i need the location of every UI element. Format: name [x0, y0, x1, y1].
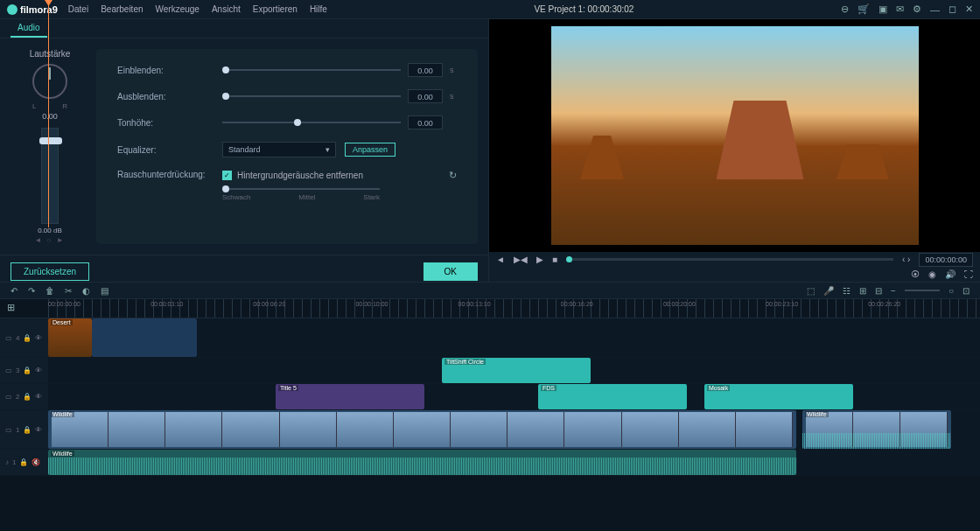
- delete-icon[interactable]: 🗑: [46, 286, 54, 296]
- record-icon[interactable]: ⦿: [911, 269, 920, 279]
- fadeout-label: Ausblenden:: [117, 92, 222, 101]
- eye-icon[interactable]: 👁: [35, 393, 42, 401]
- cut-icon[interactable]: ✂: [65, 286, 72, 296]
- menu-view[interactable]: Ansicht: [212, 4, 241, 14]
- ruler-tick: 00:00:00:00: [48, 301, 80, 307]
- main-area: Audio Lautstärke L R 0.00 0.00 dB ◄ ○ ►: [0, 19, 980, 282]
- track-video-4: ▭4 🔒 👁 Desert: [0, 318, 980, 358]
- clip-wildlife[interactable]: Wildlife: [48, 410, 796, 449]
- cart-icon[interactable]: 🛒: [858, 3, 870, 15]
- meter-arrows[interactable]: ◄ ○ ►: [34, 236, 65, 244]
- snapshot-icon[interactable]: ◉: [928, 269, 936, 279]
- noise-slider-labels: Schwach Mittel Stark: [222, 193, 380, 201]
- refresh-icon[interactable]: ↻: [449, 170, 457, 181]
- tool5-icon[interactable]: ⊟: [875, 286, 882, 296]
- extra-controls: ⦿ ◉ 🔊 ⛶: [489, 268, 980, 282]
- lock-icon[interactable]: 🔒: [23, 334, 32, 342]
- fadein-slider[interactable]: [222, 69, 401, 71]
- settings-icon[interactable]: ⚙: [913, 3, 921, 15]
- clip-fds[interactable]: FDS: [538, 384, 687, 409]
- redo-icon[interactable]: ↷: [28, 286, 35, 296]
- eye-icon[interactable]: 👁: [35, 426, 42, 434]
- volume-meter[interactable]: [41, 128, 59, 224]
- clip-title5[interactable]: Title 5: [276, 384, 424, 409]
- mic-icon[interactable]: 🎤: [823, 286, 834, 296]
- timeline: ⊞ 00:00:00:00 00:00:03:10 00:00:06:20 00…: [0, 299, 980, 528]
- noise-slider[interactable]: [222, 188, 380, 190]
- menu-export[interactable]: Exportieren: [253, 4, 298, 14]
- mail-icon[interactable]: ✉: [896, 3, 904, 15]
- menu-edit[interactable]: Bearbeiten: [101, 4, 143, 14]
- zoom-out-icon[interactable]: −: [891, 286, 896, 296]
- menu-tools[interactable]: Werkzeuge: [156, 4, 200, 14]
- tab-audio[interactable]: Audio: [10, 19, 47, 38]
- track-head-2: ▭2 🔒 👁: [0, 384, 48, 409]
- meter-thumb[interactable]: [39, 137, 62, 144]
- lock-icon[interactable]: 🔒: [19, 458, 28, 466]
- progress-bar[interactable]: [566, 258, 893, 261]
- timecode: 00:00:00:00: [919, 253, 973, 267]
- time-ruler[interactable]: ⊞ 00:00:00:00 00:00:03:10 00:00:06:20 00…: [0, 299, 980, 318]
- clip-wildlife-2[interactable]: Wildlife: [802, 410, 951, 449]
- volume-dial[interactable]: [32, 64, 67, 99]
- track-adjust-icon[interactable]: ⊞: [7, 302, 15, 313]
- zoom-fit-icon[interactable]: ⊡: [962, 286, 970, 296]
- equalizer-select[interactable]: Standard ▾: [222, 142, 336, 157]
- noise-checkbox[interactable]: ✓: [222, 171, 232, 180]
- top-bar: filmora9 Datei Bearbeiten Werkzeuge Ansi…: [0, 0, 980, 19]
- reset-button[interactable]: Zurücksetzen: [10, 262, 89, 281]
- lock-icon[interactable]: 🔒: [23, 367, 32, 374]
- clip-desert-ext[interactable]: [92, 318, 197, 357]
- track-head-audio: ♪1 🔒 🔇: [0, 450, 48, 475]
- clip-desert[interactable]: Desert: [48, 318, 92, 357]
- marker-icon[interactable]: ◐: [82, 286, 90, 296]
- pitch-value[interactable]: 0.00: [408, 115, 443, 129]
- volume-icon[interactable]: 🔊: [945, 269, 956, 279]
- nav-arrows[interactable]: ‹ ›: [902, 255, 910, 264]
- eye-icon[interactable]: 👁: [35, 367, 42, 374]
- crop-icon[interactable]: ▤: [101, 286, 108, 296]
- ruler-tick: 00:00:06:20: [253, 301, 285, 307]
- close-icon[interactable]: ✕: [965, 3, 973, 15]
- equalizer-adjust-button[interactable]: Anpassen: [345, 143, 396, 157]
- eye-icon[interactable]: 👁: [35, 334, 42, 342]
- lock-icon[interactable]: 🔒: [23, 393, 32, 401]
- mute-icon[interactable]: 🔇: [32, 458, 40, 466]
- clip-tiltshift[interactable]: TiltShift Circle: [442, 358, 591, 383]
- noise-checkbox-label: Hintergrundgeräusche entfernen: [237, 171, 363, 180]
- dial-value: 0.00: [42, 112, 58, 121]
- user-icon[interactable]: ⊖: [841, 3, 849, 15]
- ruler-tick: 00:00:16:20: [561, 301, 593, 307]
- zoom-in-icon[interactable]: ○: [948, 286, 954, 296]
- pitch-slider[interactable]: [222, 122, 401, 123]
- fullscreen-icon[interactable]: ⛶: [964, 269, 973, 279]
- chevron-down-icon: ▾: [326, 145, 330, 154]
- zoom-slider[interactable]: [905, 290, 940, 291]
- app-name: filmora9: [20, 4, 58, 15]
- main-menu: Datei Bearbeiten Werkzeuge Ansicht Expor…: [68, 4, 327, 14]
- play-button[interactable]: ▶: [536, 255, 543, 264]
- fadeout-value[interactable]: 0.00: [408, 89, 443, 103]
- clip-mosaic[interactable]: Mosaik: [704, 384, 853, 409]
- video-icon: ▭: [5, 393, 12, 401]
- maximize-icon[interactable]: ◻: [948, 3, 956, 15]
- clip-audio-wildlife[interactable]: Wildlife: [48, 450, 796, 475]
- ok-button[interactable]: OK: [424, 262, 478, 281]
- row-pitch: Tonhöhe: 0.00: [117, 115, 457, 129]
- prev-frame-button[interactable]: ◄: [496, 255, 505, 264]
- tool4-icon[interactable]: ⊞: [859, 286, 866, 296]
- menu-file[interactable]: Datei: [68, 4, 88, 14]
- stop-button[interactable]: ■: [552, 255, 557, 264]
- mixer-icon[interactable]: ☷: [843, 286, 850, 296]
- fadeout-slider[interactable]: [222, 95, 401, 97]
- minimize-icon[interactable]: —: [930, 4, 940, 15]
- play-back-button[interactable]: ▶◀: [514, 255, 528, 264]
- save-icon[interactable]: ▣: [878, 3, 887, 15]
- undo-icon[interactable]: ↶: [10, 286, 18, 296]
- tool1-icon[interactable]: ⬚: [807, 286, 815, 296]
- tab-bar: Audio: [0, 19, 488, 38]
- fadein-value[interactable]: 0.00: [408, 63, 443, 77]
- menu-help[interactable]: Hilfe: [310, 4, 327, 14]
- lock-icon[interactable]: 🔒: [23, 426, 32, 434]
- volume-label: Lautstärke: [30, 49, 71, 59]
